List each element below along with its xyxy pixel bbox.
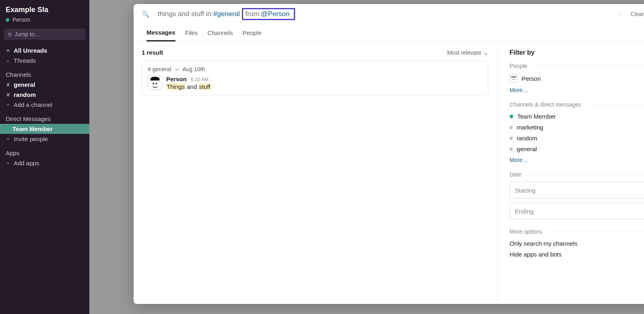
dm-heading[interactable]: Direct Messages [0, 110, 89, 124]
result-body: Person 6:10 AM Things and stuff [148, 76, 482, 90]
filter-cdm-more[interactable]: More… [510, 154, 644, 164]
filter-item-label: random [517, 135, 537, 142]
threads-label: Threads [14, 57, 36, 64]
svg-point-4 [512, 79, 513, 80]
sidebar-all-unreads[interactable]: ≡ All Unreads [0, 45, 89, 55]
hash-icon: # [6, 92, 10, 98]
channel-label: general [14, 81, 35, 88]
tab-files[interactable]: Files [185, 25, 198, 41]
results-header: 1 result Most relevant ⌄ [142, 49, 488, 56]
result-text-col: Person 6:10 AM Things and stuff [166, 76, 211, 90]
filter-people-label: People [510, 63, 644, 69]
avatar [510, 74, 518, 82]
filter-item-random[interactable]: # random [510, 133, 644, 144]
loading-icon: ◌ [618, 11, 622, 17]
presence-dot-icon [6, 18, 9, 22]
tab-people[interactable]: People [243, 25, 262, 41]
page: Example Sla Person ⎋ Jump to… ≡ All Unre… [0, 0, 644, 314]
channels-heading[interactable]: Channels [0, 66, 89, 80]
date-starting[interactable]: Starting 🗓 [510, 182, 644, 199]
results-column: 1 result Most relevant ⌄ # general – Aug… [134, 42, 498, 304]
sidebar-add-apps[interactable]: + Add apps [0, 158, 89, 168]
sidebar-threads[interactable]: ⌕ Threads [0, 55, 89, 66]
search-tabs: Messages Files Channels People [134, 24, 644, 42]
sidebar: Example Sla Person ⎋ Jump to… ≡ All Unre… [0, 0, 89, 314]
query-highlight-box: from:@Person [242, 8, 295, 20]
search-icon: 🔍 [142, 10, 150, 18]
sidebar-user-name: Person [12, 16, 30, 23]
results-count: 1 result [142, 49, 163, 56]
sort-label: Most relevant [447, 49, 481, 56]
filter-column: Filter by People Person ✓ More… Channels… [498, 42, 644, 304]
sidebar-user[interactable]: Person [0, 14, 89, 27]
clear-button[interactable]: Clear [631, 11, 644, 17]
hash-icon: # [6, 82, 10, 88]
apps-heading[interactable]: Apps [0, 144, 89, 158]
plus-icon: + [6, 160, 10, 166]
presence-dot-icon [6, 127, 9, 131]
hl-1: Things [166, 83, 185, 90]
sidebar-add-channel[interactable]: + Add a channel [0, 100, 89, 110]
sidebar-invite[interactable]: + Invite people [0, 134, 89, 144]
hash-icon: # [510, 135, 513, 142]
date-ending[interactable]: Ending 🗓 [510, 203, 644, 220]
svg-rect-3 [510, 75, 517, 82]
presence-dot-icon [510, 115, 513, 118]
result-text: Things and stuff [166, 83, 211, 90]
filter-cdm-label: Channels & direct messages [510, 101, 644, 108]
svg-point-2 [156, 83, 157, 84]
channel-label: random [14, 91, 36, 98]
result-sep: – [175, 66, 178, 72]
sidebar-channel-random[interactable]: # random [0, 90, 89, 100]
invite-label: Invite people [14, 135, 48, 142]
search-actions: ◌ Clear ✕ [618, 10, 644, 18]
search-query[interactable]: things and stuff in:#general from:@Perso… [158, 8, 295, 20]
filter-option-label: Only search my channels [510, 240, 577, 247]
result-channel: # general [148, 66, 171, 72]
filter-item-general[interactable]: # general ✓ [510, 144, 644, 154]
plus-icon: + [6, 136, 10, 142]
add-apps-label: Add apps [14, 160, 39, 166]
jump-label: Jump to… [14, 31, 40, 37]
result-meta: # general – Aug 10th [148, 66, 482, 72]
filter-person-name: Person [522, 75, 541, 82]
filter-option-label: Hide apps and bots [510, 251, 561, 258]
dm-label: Team Member [12, 125, 53, 132]
sidebar-channel-general[interactable]: # general [0, 80, 89, 90]
filter-item-label: general [517, 146, 537, 152]
filter-person[interactable]: Person ✓ [510, 72, 644, 84]
filter-only-my-channels[interactable]: Only search my channels [510, 238, 644, 249]
hl-2: stuff [198, 83, 211, 90]
q-in-op: in: [206, 10, 213, 18]
q-in-val: #general [213, 10, 240, 18]
filter-item-marketing[interactable]: # marketing [510, 122, 644, 133]
q-from-op: from: [246, 10, 261, 18]
workspace-name[interactable]: Example Sla [0, 3, 89, 14]
filter-item-label: Team Member [517, 113, 556, 120]
result-card[interactable]: # general – Aug 10th Person 6:10 AM [142, 61, 488, 96]
q-text: things and stuff [158, 10, 206, 18]
list-icon: ≡ [6, 47, 10, 53]
all-unreads-label: All Unreads [14, 47, 47, 54]
sidebar-dm-team-member[interactable]: Team Member [0, 124, 89, 134]
tab-messages[interactable]: Messages [147, 24, 175, 41]
tab-channels[interactable]: Channels [207, 25, 233, 41]
add-channel-label: Add a channel [14, 101, 52, 108]
filter-hide-apps[interactable]: Hide apps and bots [510, 249, 644, 260]
filter-people-more[interactable]: More… [510, 84, 644, 94]
chevron-down-icon: ⌄ [483, 49, 488, 56]
svg-point-5 [514, 79, 515, 80]
sort-select[interactable]: Most relevant ⌄ [447, 49, 488, 56]
jump-to[interactable]: ⎋ Jump to… [4, 29, 85, 40]
search-content: 1 result Most relevant ⌄ # general – Aug… [134, 42, 644, 304]
svg-point-1 [153, 83, 154, 84]
search-bar[interactable]: 🔍 things and stuff in:#general from:@Per… [134, 4, 644, 24]
hash-icon: # [510, 146, 513, 152]
thread-icon: ⌕ [6, 57, 10, 64]
main: G @ ☺ 🔍 things and stuff in:#general fro… [89, 0, 644, 314]
filter-item-team-member[interactable]: Team Member [510, 111, 644, 122]
result-time: 6:10 AM [191, 77, 208, 82]
jump-icon: ⎋ [8, 31, 11, 37]
filter-title: Filter by [510, 49, 644, 56]
result-author[interactable]: Person [166, 76, 187, 82]
